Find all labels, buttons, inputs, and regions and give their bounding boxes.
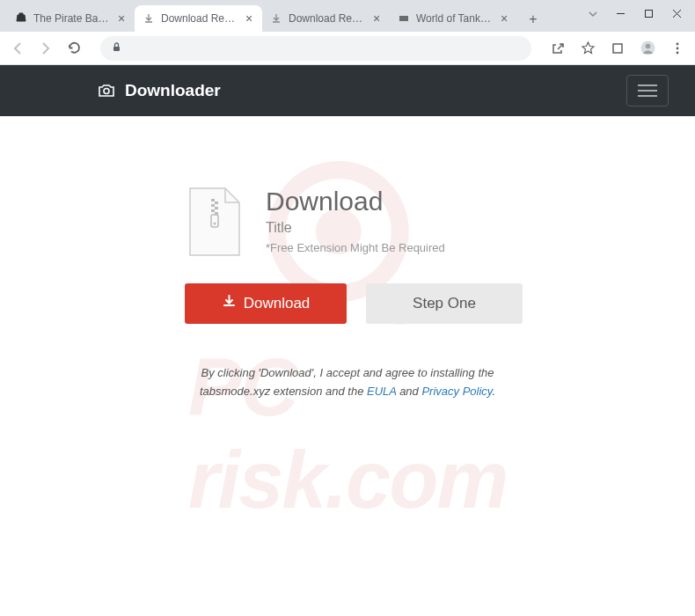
tab-favicon-icon (269, 11, 283, 26)
file-zip-icon (185, 187, 245, 259)
svg-rect-16 (211, 199, 215, 202)
brand-label: Downloader (125, 81, 221, 100)
tab-title: Download Ready (289, 12, 365, 25)
svg-rect-18 (211, 204, 215, 207)
svg-rect-4 (399, 16, 408, 21)
profile-icon[interactable] (639, 40, 656, 57)
svg-point-12 (104, 89, 109, 94)
browser-toolbar (0, 32, 695, 65)
back-button[interactable] (9, 40, 26, 57)
svg-point-8 (645, 44, 650, 49)
tab-title: World of Tanks—F (416, 12, 493, 25)
privacy-link[interactable]: Privacy Policy (421, 385, 492, 398)
page-heading: Download (266, 187, 445, 216)
reload-button[interactable] (65, 40, 83, 57)
lock-icon (111, 40, 122, 56)
menu-icon[interactable] (669, 40, 686, 57)
share-icon[interactable] (549, 40, 567, 57)
window-minimize[interactable] (614, 7, 626, 19)
svg-rect-6 (613, 44, 622, 53)
svg-rect-17 (215, 202, 218, 204)
bookmark-icon[interactable] (579, 40, 596, 57)
svg-rect-19 (215, 207, 218, 209)
window-close[interactable] (670, 7, 683, 19)
svg-point-9 (677, 42, 679, 45)
legal-text: By clicking 'Download', I accept and agr… (88, 364, 607, 401)
svg-rect-1 (645, 10, 652, 17)
svg-point-11 (677, 51, 679, 54)
page-subtitle: Title (266, 220, 445, 236)
menu-toggle[interactable] (626, 75, 669, 106)
tab-favicon-icon (14, 11, 28, 26)
browser-tab[interactable]: World of Tanks—F × (390, 5, 517, 32)
svg-rect-5 (113, 47, 120, 51)
svg-rect-20 (211, 209, 215, 212)
page-header: Downloader (0, 65, 695, 116)
tab-title: Download Ready (161, 12, 238, 25)
step-one-label: Step One (413, 295, 476, 312)
extensions-icon[interactable] (609, 40, 626, 57)
browser-tab[interactable]: The Pirate Bay - Th × (7, 5, 135, 32)
tab-favicon-icon (397, 11, 411, 26)
new-tab-button[interactable]: + (521, 7, 545, 32)
download-button[interactable]: Download (185, 283, 347, 324)
browser-tab[interactable]: Download Ready × (135, 5, 262, 32)
tab-favicon-icon (142, 11, 156, 26)
close-icon[interactable]: × (243, 12, 255, 25)
step-one-button[interactable]: Step One (366, 283, 523, 324)
forward-button[interactable] (37, 40, 55, 57)
download-button-label: Download (244, 295, 311, 312)
window-maximize[interactable] (642, 7, 655, 19)
camera-icon (97, 81, 116, 100)
svg-point-23 (214, 223, 216, 225)
eula-link[interactable]: EULA (367, 385, 396, 398)
close-icon[interactable]: × (498, 12, 510, 25)
download-icon (222, 294, 237, 313)
svg-point-10 (677, 47, 679, 49)
address-bar[interactable] (100, 36, 531, 61)
page-note: *Free Extension Might Be Required (266, 241, 445, 254)
close-icon[interactable]: × (115, 12, 128, 25)
brand: Downloader (97, 81, 221, 100)
close-icon[interactable]: × (370, 12, 383, 25)
browser-tab[interactable]: Download Ready × (262, 5, 390, 32)
window-tabsearch-chevron[interactable] (588, 9, 598, 21)
tab-title: The Pirate Bay - Th (33, 12, 110, 25)
